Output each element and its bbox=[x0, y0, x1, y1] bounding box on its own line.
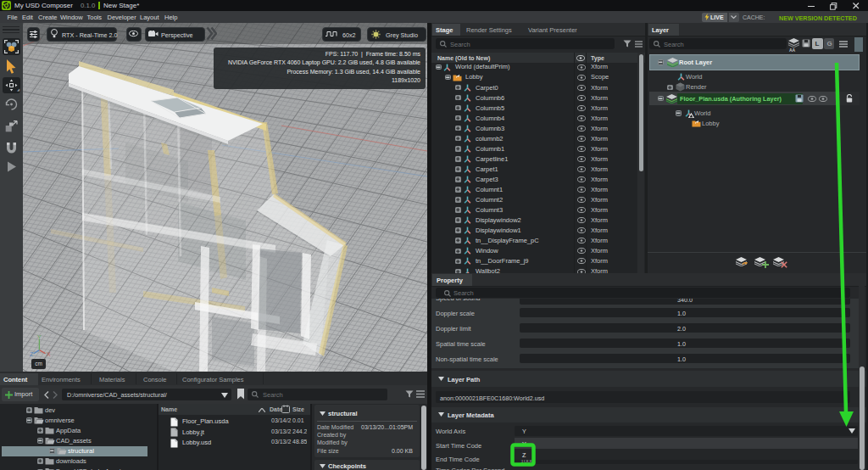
svg-text:X: X bbox=[47, 351, 51, 357]
svg-text:Y: Y bbox=[37, 334, 42, 340]
svg-text:Z: Z bbox=[30, 351, 34, 357]
